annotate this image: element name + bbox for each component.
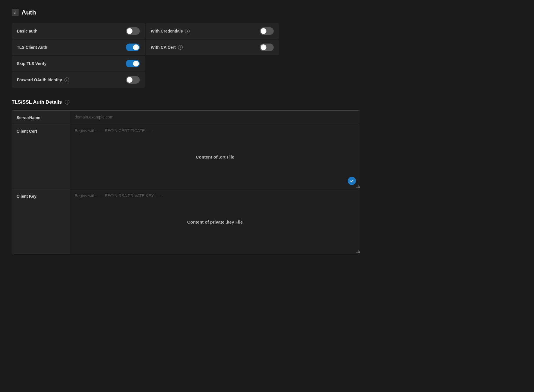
- skip-tls-verify-toggle-track[interactable]: [126, 60, 140, 67]
- with-credentials-row: With Credentials i: [146, 23, 279, 39]
- forward-oauth-toggle-track[interactable]: [126, 76, 140, 84]
- server-name-row: ServerName: [12, 111, 360, 124]
- client-key-input-cell: Content of private .key File: [70, 189, 360, 254]
- page-title: Auth: [21, 9, 36, 16]
- server-name-input[interactable]: [70, 111, 360, 123]
- server-name-input-cell: [70, 111, 360, 124]
- client-key-row: Client Key Content of private .key File: [12, 189, 360, 254]
- tls-section-title: TLS/SSL Auth Details i: [12, 99, 522, 105]
- client-cert-input-cell: Content of .crt File: [70, 124, 360, 189]
- forward-oauth-info-icon[interactable]: i: [64, 78, 69, 82]
- tls-section-info-icon[interactable]: i: [65, 100, 69, 105]
- tls-client-auth-label: TLS Client Auth: [17, 45, 47, 50]
- with-credentials-info-icon[interactable]: i: [185, 29, 190, 33]
- client-cert-row: Client Cert Content of .crt File: [12, 124, 360, 189]
- client-key-resize-handle[interactable]: [355, 249, 359, 253]
- client-cert-textarea[interactable]: [70, 124, 360, 188]
- skip-tls-verify-row: Skip TLS Verify: [12, 56, 145, 71]
- basic-auth-toggle-track[interactable]: [126, 27, 140, 35]
- with-credentials-label: With Credentials i: [151, 29, 190, 33]
- forward-oauth-row: Forward OAuth Identity i: [12, 72, 145, 88]
- auth-grid: Basic auth TLS Client Auth Skip TLS Veri…: [12, 23, 279, 88]
- tls-client-auth-toggle-track[interactable]: [126, 44, 140, 51]
- tls-form: ServerName Client Cert Content of .crt F…: [12, 110, 360, 254]
- tls-client-auth-toggle[interactable]: [126, 44, 140, 51]
- with-ca-cert-info-icon[interactable]: i: [178, 45, 183, 50]
- with-credentials-toggle[interactable]: [260, 27, 274, 35]
- basic-auth-row: Basic auth: [12, 23, 145, 39]
- client-key-label: Client Key: [12, 189, 70, 254]
- basic-auth-toggle[interactable]: [126, 27, 140, 35]
- client-cert-resize-handle[interactable]: [355, 184, 359, 188]
- forward-oauth-label: Forward OAuth Identity i: [17, 78, 69, 82]
- with-credentials-toggle-track[interactable]: [260, 27, 274, 35]
- server-name-label: ServerName: [12, 111, 70, 124]
- with-ca-cert-row: With CA Cert i: [146, 39, 279, 55]
- skip-tls-verify-toggle[interactable]: [126, 60, 140, 67]
- title-prefix: d.: [12, 9, 19, 16]
- with-ca-cert-toggle-track[interactable]: [260, 44, 274, 51]
- with-ca-cert-label: With CA Cert i: [151, 45, 183, 50]
- with-ca-cert-toggle[interactable]: [260, 44, 274, 51]
- forward-oauth-toggle[interactable]: [126, 76, 140, 84]
- client-cert-checkmark: [348, 177, 356, 185]
- tls-client-auth-row: TLS Client Auth: [12, 39, 145, 55]
- client-cert-label: Client Cert: [12, 124, 70, 189]
- skip-tls-verify-label: Skip TLS Verify: [17, 61, 46, 66]
- page-container: d. Auth Basic auth TLS Client Auth: [0, 0, 534, 263]
- page-title-area: d. Auth: [12, 9, 522, 16]
- basic-auth-label: Basic auth: [17, 29, 37, 33]
- client-key-textarea[interactable]: [70, 189, 360, 253]
